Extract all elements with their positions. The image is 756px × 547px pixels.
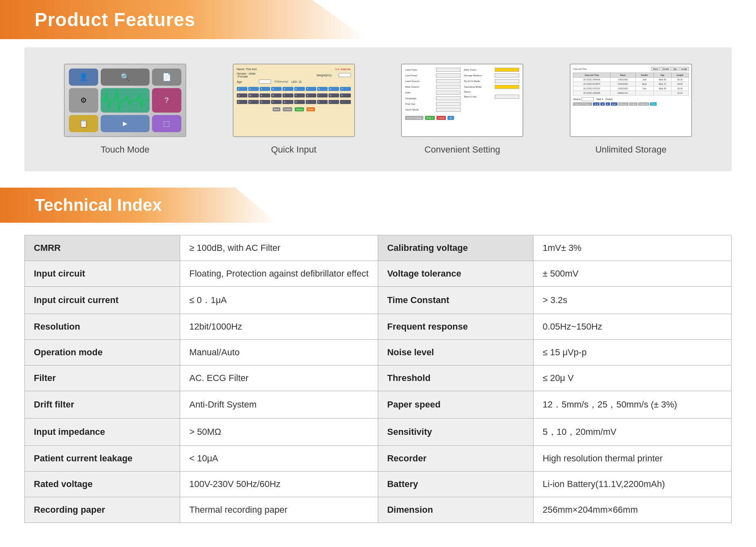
tech-row-value1: Thermal recording paper — [180, 497, 378, 523]
tech-row-label1: Rated voltage — [25, 472, 180, 497]
tech-row-label1: Drift filter — [25, 391, 180, 419]
table-row: Filter AC. ECG Filter Threshold ≤ 20μ V — [25, 365, 732, 391]
tech-row-value1: ≤ 0．1μA — [180, 287, 378, 314]
table-row: Resolution 12bit/1000Hz Frequent respons… — [25, 314, 732, 340]
quick-input-screenshot: Name: This test ① ② ③ABCDE Gender: ○Male… — [233, 64, 355, 137]
unlimited-storage-label: Unlimited Storage — [595, 144, 667, 155]
tech-row-value2: ≤ 15 μVp-p — [533, 340, 732, 365]
tech-row-value1: AC. ECG Filter — [180, 365, 378, 391]
tech-row-label2: Frequent response — [378, 314, 533, 340]
tech-row-label2: Time Constant — [378, 287, 533, 314]
tech-row-value2: Li-ion Battery(11.1V,2200mAh) — [533, 472, 732, 497]
tech-row-label2: Sensitivity — [378, 419, 533, 446]
table-row: Recording paper Thermal recording paper … — [25, 497, 732, 523]
unlimited-storage-screenshot: Case and Time Name Gender Age Length Cas… — [570, 64, 692, 137]
technical-index-table: CMRR ≥ 100dB, with AC Filter Calibrating… — [24, 235, 732, 523]
tech-row-value2: 5，10，20mm/mV — [533, 419, 732, 446]
tech-row-label1: Input circuit — [25, 261, 180, 287]
tech-row-label2: Recorder — [378, 446, 533, 472]
tech-row-label1: Filter — [25, 365, 180, 391]
table-row: Operation mode Manual/Auto Noise level ≤… — [25, 340, 732, 365]
quick-input-label: Quick Input — [271, 144, 316, 155]
table-row: Drift filter Anti-Drift System Paper spe… — [25, 391, 732, 419]
tech-row-label1: CMRR — [25, 235, 180, 261]
tech-row-label1: Recording paper — [25, 497, 180, 523]
feature-unlimited-storage: Case and Time Name Gender Age Length Cas… — [570, 64, 692, 155]
table-row: Rated voltage 100V-230V 50Hz/60Hz Batter… — [25, 472, 732, 497]
touch-mode-screenshot: 👤 🔍 📄 ⚙ ? 📋 ► ⬚ — [64, 64, 186, 137]
tech-row-label1: Operation mode — [25, 340, 180, 365]
tech-row-value2: 0.05Hz~150Hz — [533, 314, 732, 340]
table-row: Input circuit Floating, Protection again… — [25, 261, 732, 287]
tech-row-label2: Noise level — [378, 340, 533, 365]
tech-row-value1: > 50MΩ — [180, 419, 378, 446]
convenient-setting-screenshot: Lead Type: Low Power: Lead Source: Beat … — [401, 64, 523, 137]
tech-row-value1: Manual/Auto — [180, 340, 378, 365]
tech-row-value2: > 3.2s — [533, 287, 732, 314]
tech-row-value1: Anti-Drift System — [180, 391, 378, 419]
tech-row-label2: Calibrating voltage — [378, 235, 533, 261]
technical-index-title: Technical Index — [35, 195, 162, 215]
table-row: CMRR ≥ 100dB, with AC Filter Calibrating… — [25, 235, 732, 261]
product-features-title: Product Features — [35, 9, 195, 31]
feature-convenient-setting: Lead Type: Low Power: Lead Source: Beat … — [401, 64, 523, 155]
tech-row-label1: Patient current leakage — [25, 446, 180, 472]
tech-row-label2: Dimension — [378, 497, 533, 523]
table-row: Input circuit current ≤ 0．1μA Time Const… — [25, 287, 732, 314]
convenient-setting-label: Convenient Setting — [424, 144, 500, 155]
tech-row-label1: Input circuit current — [25, 287, 180, 314]
tech-row-label2: Paper speed — [378, 391, 533, 419]
tech-table-wrapper: CMRR ≥ 100dB, with AC Filter Calibrating… — [24, 235, 732, 523]
tech-row-value2: 256mm×204mm×66mm — [533, 497, 732, 523]
technical-index-header: Technical Index — [0, 188, 756, 223]
features-panel: 👤 🔍 📄 ⚙ ? 📋 ► ⬚ Touch Mode — [24, 47, 732, 171]
tech-row-value2: High resolution thermal printer — [533, 446, 732, 472]
table-row: Input impedance > 50MΩ Sensitivity 5，10，… — [25, 419, 732, 446]
tech-row-value1: ≥ 100dB, with AC Filter — [180, 235, 378, 261]
tech-row-value1: 12bit/1000Hz — [180, 314, 378, 340]
tech-row-value1: Floating, Protection against defibrillat… — [180, 261, 378, 287]
feature-touch-mode: 👤 🔍 📄 ⚙ ? 📋 ► ⬚ Touch Mode — [64, 64, 186, 155]
tech-row-value2: ± 500mV — [533, 261, 732, 287]
product-features-header: Product Features — [0, 0, 756, 39]
tech-row-value1: 100V-230V 50Hz/60Hz — [180, 472, 378, 497]
tech-row-label1: Resolution — [25, 314, 180, 340]
feature-quick-input: Name: This test ① ② ③ABCDE Gender: ○Male… — [233, 64, 355, 155]
tech-row-label2: Threshold — [378, 365, 533, 391]
technical-index-section: Technical Index CMRR ≥ 100dB, with AC Fi… — [0, 188, 756, 523]
table-row: Patient current leakage < 10μA Recorder … — [25, 446, 732, 472]
tech-row-label2: Battery — [378, 472, 533, 497]
tech-row-label2: Voltage tolerance — [378, 261, 533, 287]
tech-row-value2: 12．5mm/s，25，50mm/s (± 3%) — [533, 391, 732, 419]
tech-row-value2: 1mV± 3% — [533, 235, 732, 261]
tech-row-value1: < 10μA — [180, 446, 378, 472]
tech-row-value2: ≤ 20μ V — [533, 365, 732, 391]
touch-mode-label: Touch Mode — [101, 144, 150, 155]
tech-row-label1: Input impedance — [25, 419, 180, 446]
